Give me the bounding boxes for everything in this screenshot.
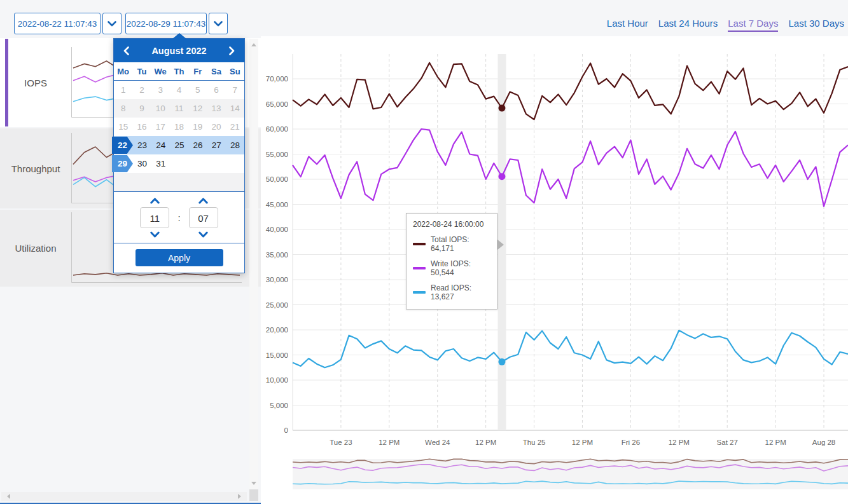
calendar-header: August 2022: [114, 39, 244, 62]
end-datetime-dropdown-button[interactable]: [209, 13, 228, 34]
calendar-day-23[interactable]: 23: [133, 140, 151, 150]
y-axis-label: 10,000: [266, 376, 288, 384]
tooltip-series-value: Read IOPS: 13,627: [431, 283, 490, 301]
quick-range-last-30-days[interactable]: Last 30 Days: [788, 18, 844, 32]
panel-vertical-scrollbar[interactable]: [249, 39, 258, 489]
calendar-day-9: 9: [132, 104, 151, 113]
quick-range-last-24-hours[interactable]: Last 24 Hours: [658, 18, 718, 32]
y-axis-label: 25,000: [266, 301, 288, 309]
calendar-day-14: 14: [226, 104, 244, 113]
calendar-day-27[interactable]: 27: [207, 140, 226, 150]
chevron-down-icon: [198, 231, 208, 238]
calendar-day-31[interactable]: 31: [151, 159, 170, 168]
series-color-swatch: [413, 291, 426, 294]
weekday-sa: Sa: [207, 67, 225, 76]
weekday-tu: Tu: [132, 67, 151, 76]
chevron-down-icon: [150, 231, 160, 238]
end-datetime-input[interactable]: [125, 13, 207, 34]
iops-time-series-chart[interactable]: 05,00010,00015,00020,00025,00030,00035,0…: [261, 36, 848, 504]
panel-horizontal-scrollbar[interactable]: [1, 492, 247, 501]
x-axis-label: Wed 24: [425, 439, 450, 446]
quick-range-last-7-days[interactable]: Last 7 Days: [728, 18, 778, 32]
minute-spinner: 07: [189, 198, 218, 238]
metric-label: Utilization: [0, 243, 71, 254]
read-iops-line: [293, 330, 848, 368]
weekday-we: We: [151, 67, 170, 76]
hour-up-button[interactable]: [150, 198, 160, 204]
minute-input[interactable]: 07: [189, 207, 218, 228]
weekday-mo: Mo: [114, 67, 132, 76]
time-separator: :: [177, 212, 180, 223]
y-axis-label: 65,000: [266, 100, 288, 108]
series-color-swatch: [413, 243, 426, 245]
end-datetime-group: [125, 13, 228, 34]
hour-down-button[interactable]: [150, 231, 160, 238]
minute-up-button[interactable]: [198, 198, 208, 204]
y-axis-label: 15,000: [266, 351, 288, 359]
weekday-th: Th: [170, 67, 188, 76]
hover-marker-dot: [498, 105, 505, 112]
calendar-day-28[interactable]: 28: [226, 140, 244, 150]
calendar-day-17: 17: [151, 122, 170, 132]
prev-month-button[interactable]: [122, 45, 130, 57]
calendar-day-24[interactable]: 24: [151, 140, 170, 150]
topbar: Last HourLast 24 HoursLast 7 DaysLast 30…: [0, 0, 848, 36]
calendar-day-19: 19: [188, 122, 207, 132]
quick-range-last-hour[interactable]: Last Hour: [607, 18, 648, 32]
calendar-day-5: 5: [188, 85, 207, 95]
tooltip-rows: Total IOPS: 64,171Write IOPS: 50,544Read…: [413, 235, 490, 301]
calendar-day-29[interactable]: 29: [112, 155, 133, 172]
y-axis-label: 5,000: [270, 402, 288, 409]
x-axis-label: Thu 25: [523, 439, 546, 446]
y-axis-label: 30,000: [266, 276, 288, 283]
x-axis-label: 12 PM: [765, 439, 786, 446]
calendar-day-30[interactable]: 30: [133, 159, 151, 168]
y-axis-label: 20,000: [266, 326, 288, 334]
next-month-button[interactable]: [228, 45, 236, 57]
chevron-left-icon: [123, 46, 129, 55]
hour-input[interactable]: 11: [140, 207, 169, 228]
calendar-day-15: 15: [114, 122, 132, 132]
minute-down-button[interactable]: [198, 231, 208, 238]
calendar-day-22[interactable]: 22: [112, 137, 133, 154]
x-axis-label: Aug 28: [812, 439, 835, 446]
calendar-week-row: 1234567: [114, 81, 244, 99]
tooltip-series-row: Write IOPS: 50,544: [413, 259, 490, 277]
metric-label: IOPS: [0, 78, 71, 88]
x-axis-label: 12 PM: [572, 439, 593, 446]
scrollbar-corner: [249, 489, 258, 501]
calendar-day-25[interactable]: 25: [170, 140, 188, 150]
calendar-day-1: 1: [114, 85, 132, 95]
calendar-day-18: 18: [170, 122, 188, 132]
start-datetime-dropdown-button[interactable]: [102, 13, 122, 34]
hover-marker-dot: [498, 173, 505, 180]
date-picker-popup: August 2022 MoTuWeThFrSaSu 1234567891011…: [113, 38, 245, 273]
calendar-day-2: 2: [132, 85, 151, 95]
calendar-week-row: 891011121314: [114, 99, 244, 118]
apply-button[interactable]: Apply: [136, 249, 223, 266]
tooltip-series-row: Total IOPS: 64,171: [413, 235, 490, 253]
y-axis-label: 70,000: [266, 75, 288, 83]
chevron-up-icon: [150, 198, 160, 204]
tooltip-series-row: Read IOPS: 13,627: [413, 283, 490, 301]
tooltip-timestamp: 2022-08-24 16:00:00: [413, 220, 490, 229]
start-datetime-input[interactable]: [14, 13, 101, 34]
calendar-month-title: August 2022: [151, 46, 206, 56]
x-axis-label: Tue 23: [330, 439, 352, 446]
calendar-day-8: 8: [114, 104, 132, 113]
chart-navigator[interactable]: [293, 459, 848, 489]
weekday-header-row: MoTuWeThFrSaSu: [114, 62, 244, 81]
chevron-up-icon: [198, 198, 208, 204]
calendar-week-row: 22232425262728: [114, 136, 244, 154]
x-axis-label: Fri 26: [622, 439, 640, 446]
chart-tooltip: 2022-08-24 16:00:00 Total IOPS: 64,171Wr…: [406, 213, 497, 310]
chevron-right-icon: [229, 46, 235, 55]
calendar-day-21: 21: [226, 122, 244, 132]
calendar-week-row: 293031: [114, 154, 244, 173]
calendar-day-20: 20: [207, 122, 225, 132]
calendar-day-12: 12: [188, 104, 207, 113]
x-axis-label: 12 PM: [669, 439, 690, 446]
calendar-day-26[interactable]: 26: [188, 140, 207, 150]
popup-notch-icon: [172, 33, 186, 39]
apply-section: Apply: [114, 243, 244, 273]
